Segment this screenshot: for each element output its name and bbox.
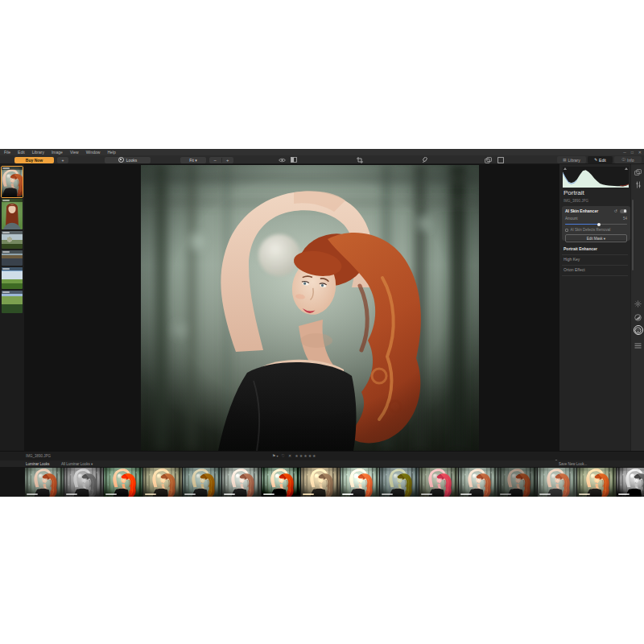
- amount-slider[interactable]: [565, 223, 627, 226]
- layers-icon[interactable]: [634, 167, 642, 176]
- sidebar-thumbnail[interactable]: [2, 291, 23, 313]
- menu-image[interactable]: Image: [52, 149, 63, 155]
- sidebar-thumbnail[interactable]: [2, 231, 23, 249]
- main-photo: [141, 165, 479, 451]
- maximize-button[interactable]: □: [631, 149, 634, 155]
- defects-removal-label: AI Skin Defects Removal: [571, 228, 611, 232]
- look-preset-thumbnail[interactable]: [25, 468, 64, 497]
- favorite-heart-icon[interactable]: ♡: [282, 453, 285, 458]
- histogram[interactable]: [563, 167, 629, 188]
- look-preset-thumbnail[interactable]: [380, 468, 419, 497]
- look-preset-thumbnail[interactable]: [617, 468, 644, 497]
- essentials-category-icon[interactable]: [634, 299, 642, 308]
- look-preset-thumbnail[interactable]: [64, 468, 103, 497]
- look-preset-thumbnail[interactable]: [222, 468, 261, 497]
- look-preset-thumbnail[interactable]: [104, 468, 142, 497]
- flag-picker[interactable]: ⚑: [272, 453, 275, 458]
- canvas-size-icon[interactable]: [496, 157, 505, 163]
- filmstrip-sidebar: [0, 164, 24, 451]
- sidebar-thumbnail[interactable]: [2, 267, 23, 289]
- status-bar: IMG_3890.JPG ⚑ ▾ ♡ ✕ ★★★★★: [0, 451, 644, 460]
- tab-edit[interactable]: ✎ Edit: [588, 156, 613, 163]
- sidebar-thumbnail[interactable]: [2, 250, 23, 266]
- menu-help[interactable]: Help: [107, 149, 115, 155]
- zoom-buttons: − +: [209, 157, 233, 163]
- look-preset-thumbnail[interactable]: [577, 468, 616, 497]
- edit-mask-button[interactable]: Edit Mask ▾: [565, 234, 627, 242]
- looks-bar-title: Luminar Looks: [26, 462, 50, 466]
- layers-panel-icon[interactable]: [484, 157, 493, 163]
- edit-panel: Portrait IMG_3890.JPG AI Skin Enhancer ↺…: [559, 164, 630, 451]
- tab-library[interactable]: ▤ Library: [557, 156, 586, 163]
- add-photos-button[interactable]: +: [57, 157, 68, 163]
- look-preset-thumbnail[interactable]: [301, 468, 340, 497]
- star-rating[interactable]: ★★★★★: [295, 453, 316, 458]
- zoom-out-button[interactable]: −: [209, 157, 221, 163]
- menu-bar: File Edit Library Image View Window Help…: [0, 149, 644, 155]
- library-grid-icon: ▤: [563, 156, 566, 163]
- portrait-category-icon[interactable]: [634, 326, 642, 335]
- section-orton-effect[interactable]: Orton Effect: [564, 267, 585, 272]
- amount-value: 54: [623, 217, 627, 221]
- flag-caret-icon[interactable]: ▾: [276, 454, 278, 458]
- menu-window[interactable]: Window: [86, 149, 101, 155]
- image-canvas[interactable]: Image Processing...: [24, 164, 559, 451]
- menu-library[interactable]: Library: [32, 149, 44, 155]
- professional-category-icon[interactable]: [634, 341, 642, 350]
- window-controls: ─ □ ✕: [623, 149, 642, 155]
- reject-x-icon[interactable]: ✕: [288, 453, 291, 458]
- luminar-app-window: File Edit Library Image View Window Help…: [0, 149, 644, 497]
- panel-title: Portrait: [564, 189, 584, 196]
- shadow-clipping-indicator[interactable]: [564, 167, 567, 170]
- status-filename: IMG_3890.JPG: [26, 454, 51, 458]
- look-preset-thumbnail[interactable]: [498, 468, 537, 497]
- look-preset-thumbnail[interactable]: [341, 468, 379, 497]
- zoom-fit-dropdown[interactable]: Fit ▾: [180, 157, 206, 163]
- close-button[interactable]: ✕: [638, 149, 642, 155]
- slider-knob[interactable]: [597, 223, 601, 226]
- filter-toggle[interactable]: [620, 209, 627, 213]
- look-preset-thumbnail[interactable]: [143, 468, 182, 497]
- look-preset-thumbnail[interactable]: [538, 468, 576, 497]
- panel-scrollbar[interactable]: [632, 200, 634, 270]
- quick-preview-eye-icon[interactable]: [278, 157, 287, 163]
- minimize-button[interactable]: ─: [623, 149, 626, 155]
- section-portrait-enhancer[interactable]: Portrait Enhancer: [564, 246, 597, 251]
- looks-collection-dropdown[interactable]: All Luminar Looks ▾: [61, 462, 93, 466]
- creative-category-icon[interactable]: [634, 313, 642, 322]
- compare-before-after-icon[interactable]: [289, 157, 298, 163]
- looks-button-label: Looks: [126, 158, 137, 163]
- panel-filename: IMG_3890.JPG: [564, 199, 588, 203]
- buy-now-button[interactable]: Buy Now: [14, 157, 54, 163]
- toolbar: Buy Now + Looks Fit ▾ − +: [0, 155, 644, 164]
- divider: [562, 265, 628, 266]
- sidebar-thumbnail[interactable]: [2, 167, 23, 197]
- edit-mask-brush-icon[interactable]: [420, 157, 429, 163]
- looks-icon: [118, 157, 124, 163]
- ai-skin-enhancer-title: AI Skin Enhancer: [565, 208, 614, 213]
- look-preset-thumbnail[interactable]: [262, 468, 300, 497]
- zoom-in-button[interactable]: +: [222, 157, 234, 163]
- amount-label: Amount: [565, 217, 623, 221]
- ai-skin-enhancer-card: AI Skin Enhancer ↺ Amount 54 AI Skin Def…: [562, 206, 630, 241]
- look-preset-thumbnail[interactable]: [459, 468, 497, 497]
- highlight-clipping-indicator[interactable]: [625, 167, 628, 170]
- section-high-key[interactable]: High Key: [564, 257, 580, 262]
- menu-file[interactable]: File: [4, 149, 10, 155]
- crop-tool-icon[interactable]: [355, 157, 364, 163]
- menu-view[interactable]: View: [70, 149, 79, 155]
- sidebar-thumbs: [0, 167, 24, 313]
- look-preset-thumbnail[interactable]: [183, 468, 221, 497]
- reset-icon[interactable]: ↺: [614, 208, 617, 213]
- menu-edit[interactable]: Edit: [18, 149, 25, 155]
- looks-strip: [0, 467, 644, 497]
- save-new-look-button[interactable]: Save New Look...: [559, 462, 587, 466]
- luminar-looks-bar: Luminar Looks All Luminar Looks ▾ Save N…: [0, 460, 644, 467]
- looks-panel-button[interactable]: Looks: [105, 157, 151, 163]
- sidebar-thumbnail[interactable]: [2, 199, 23, 229]
- tab-info-label: Info: [627, 158, 634, 163]
- adjustments-sliders-icon[interactable]: [634, 180, 642, 189]
- defects-removal-checkbox[interactable]: [565, 229, 568, 232]
- look-preset-thumbnail[interactable]: [419, 468, 458, 497]
- tab-info[interactable]: ⓘ Info: [614, 156, 642, 163]
